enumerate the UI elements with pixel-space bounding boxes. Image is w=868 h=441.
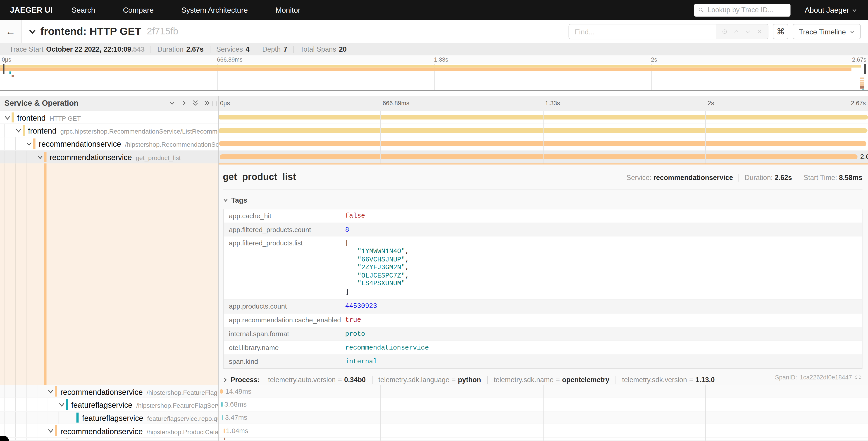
- find-box[interactable]: [569, 24, 769, 39]
- json-close-bracket: ]: [345, 288, 857, 296]
- service-name: frontendgrpc.hipstershop.RecommendationS…: [28, 126, 218, 136]
- back-button[interactable]: ←: [0, 20, 22, 43]
- span-timeline-cell[interactable]: 2.62s: [218, 151, 868, 164]
- span-bar[interactable]: [221, 402, 222, 407]
- operation-name: get_product_list: [136, 154, 181, 161]
- tag-row[interactable]: internal.span.format proto: [223, 327, 862, 341]
- process-field: telemetry.sdk.version=1.13.0: [616, 376, 721, 383]
- tag-row[interactable]: otel.library.name recommendationservice: [223, 341, 862, 355]
- span-tree-cell[interactable]: featureflagservice/hipstershop.FeatureFl…: [0, 398, 218, 411]
- process-section-header[interactable]: Process: telemetry.auto.version=0.34b0 t…: [223, 376, 863, 383]
- row-chevron-down-icon[interactable]: [37, 155, 43, 159]
- tag-row[interactable]: app.products.count 44530923: [223, 299, 862, 313]
- span-timeline-cell[interactable]: [218, 124, 868, 138]
- span-row[interactable]: recommendationservice/hipstershop.Featur…: [0, 385, 868, 398]
- find-tools: [716, 25, 768, 39]
- collapse-trace-chevron-icon[interactable]: [29, 29, 36, 34]
- collapse-one-chevron-down-icon[interactable]: [168, 100, 175, 107]
- search-icon: [698, 6, 704, 13]
- timeline-tick-label: 2.67s: [851, 99, 868, 106]
- span-bar[interactable]: [224, 428, 225, 433]
- row-chevron-down-icon[interactable]: [48, 429, 54, 434]
- column-resize-grip[interactable]: [212, 101, 217, 106]
- tree-timeline-divider[interactable]: [218, 95, 218, 441]
- stat-label: Duration: [157, 46, 184, 53]
- span-row[interactable]: recommendationservice/hipstershop.Produc…: [0, 424, 868, 438]
- span-row[interactable]: [0, 438, 868, 441]
- nav-item[interactable]: Monitor: [275, 6, 300, 14]
- span-row[interactable]: frontendgrpc.hipstershop.RecommendationS…: [0, 124, 868, 138]
- tag-row[interactable]: app.recommendation.cache_enabled true: [223, 313, 862, 327]
- minimap-left-scrubber[interactable]: [3, 64, 4, 74]
- detail-service: Service: recommendationservice: [621, 174, 739, 182]
- span-bar[interactable]: [224, 438, 225, 441]
- next-match-chevron-down-icon[interactable]: [745, 28, 751, 35]
- span-bar[interactable]: [219, 141, 866, 146]
- timeline-column-headers: Service & Operation 0μs 666.89ms 1.33s 2…: [0, 95, 868, 111]
- tag-key: app.recommendation.cache_enabled: [223, 313, 341, 326]
- span-timeline-cell[interactable]: 1.04ms: [218, 424, 868, 438]
- span-bar[interactable]: [220, 389, 223, 394]
- span-tree-cell[interactable]: featureflagservicefeatureflagservice.rep…: [0, 411, 218, 424]
- nav-item[interactable]: Compare: [123, 6, 154, 14]
- prev-match-chevron-up-icon[interactable]: [733, 28, 740, 35]
- span-timeline-cell[interactable]: [218, 438, 868, 441]
- minimap-right-scrubber[interactable]: [864, 64, 866, 74]
- nav-item[interactable]: Search: [71, 6, 95, 14]
- row-chevron-down-icon[interactable]: [48, 390, 54, 394]
- expand-all-double-chevron-right-icon[interactable]: [204, 100, 210, 107]
- tags-section-header[interactable]: Tags: [223, 196, 863, 205]
- expand-one-chevron-right-icon[interactable]: [180, 100, 187, 107]
- span-timeline-cell[interactable]: [218, 111, 868, 124]
- timeline-minimap[interactable]: [0, 63, 868, 91]
- tag-row[interactable]: app.cache_hit false: [223, 210, 862, 224]
- collapse-all-double-chevron-down-icon[interactable]: [192, 100, 198, 107]
- span-tree-cell[interactable]: [0, 438, 218, 441]
- span-row[interactable]: featureflagservicefeatureflagservice.rep…: [0, 411, 868, 424]
- span-tree-cell[interactable]: recommendationservice/hipstershop.Featur…: [0, 385, 218, 398]
- span-bar[interactable]: [218, 115, 868, 120]
- minimap-ruler: 0μs 666.89ms 1.33s 2s 2.67s: [0, 56, 868, 63]
- tag-row[interactable]: span.kind internal: [223, 355, 862, 368]
- about-jaeger-menu[interactable]: About Jaeger: [805, 6, 857, 14]
- row-chevron-down-icon[interactable]: [59, 403, 65, 407]
- span-tree-cell[interactable]: frontendHTTP GET: [0, 111, 218, 124]
- link-icon[interactable]: [855, 374, 861, 381]
- span-tree-cell[interactable]: recommendationservice/hipstershop.Produc…: [0, 424, 218, 438]
- nav-item[interactable]: System Architecture: [181, 6, 248, 14]
- service-color-bar: [33, 139, 35, 149]
- row-chevron-down-icon[interactable]: [16, 128, 22, 133]
- tag-row[interactable]: app.filtered_products.count 8: [223, 224, 862, 237]
- span-timeline-cell[interactable]: 3.68ms: [218, 398, 868, 411]
- trace-id-input[interactable]: [707, 5, 786, 14]
- span-timeline-cell[interactable]: [218, 138, 868, 151]
- span-row[interactable]: featureflagservice/hipstershop.FeatureFl…: [0, 398, 868, 411]
- app-logo[interactable]: JAEGER UI: [10, 5, 53, 14]
- span-bar[interactable]: [220, 154, 858, 159]
- trace-id-search[interactable]: [694, 4, 790, 16]
- row-chevron-down-icon[interactable]: [26, 142, 32, 146]
- row-chevron-down-icon[interactable]: [4, 115, 11, 120]
- span-row[interactable]: recommendationserviceget_product_list 2.…: [0, 151, 868, 164]
- span-tree-cell[interactable]: recommendationservice/hipstershop.Recomm…: [0, 138, 218, 151]
- span-row[interactable]: recommendationservice/hipstershop.Recomm…: [0, 138, 868, 151]
- tag-row-list[interactable]: app.filtered_products.list [ "1YMWWN1N4O…: [223, 237, 862, 299]
- locate-icon[interactable]: [721, 28, 728, 35]
- span-bar[interactable]: [218, 128, 868, 133]
- minimap-span-repo-query: [11, 75, 14, 77]
- span-timeline-cell[interactable]: 3.47ms: [218, 411, 868, 424]
- span-detail-row: get_product_list Service: recommendation…: [0, 164, 868, 385]
- keyboard-shortcuts-button[interactable]: ⌘: [773, 24, 788, 39]
- stat-value: 7: [283, 46, 287, 53]
- minimap-tick-label: 2.67s: [852, 56, 868, 62]
- span-row[interactable]: frontendHTTP GET: [0, 111, 868, 124]
- clear-find-x-icon[interactable]: [756, 28, 763, 35]
- span-tree-cell[interactable]: recommendationserviceget_product_list: [0, 151, 218, 164]
- span-detail-header-stats: Service: recommendationservice Duration:…: [621, 174, 862, 182]
- span-bar[interactable]: [222, 415, 223, 420]
- span-timeline-cell[interactable]: 14.49ms: [218, 385, 868, 398]
- trace-view-label: Trace Timeline: [799, 27, 846, 36]
- span-tree-cell[interactable]: frontendgrpc.hipstershop.RecommendationS…: [0, 124, 218, 138]
- find-input[interactable]: [569, 25, 716, 39]
- trace-view-select[interactable]: Trace Timeline: [793, 24, 861, 39]
